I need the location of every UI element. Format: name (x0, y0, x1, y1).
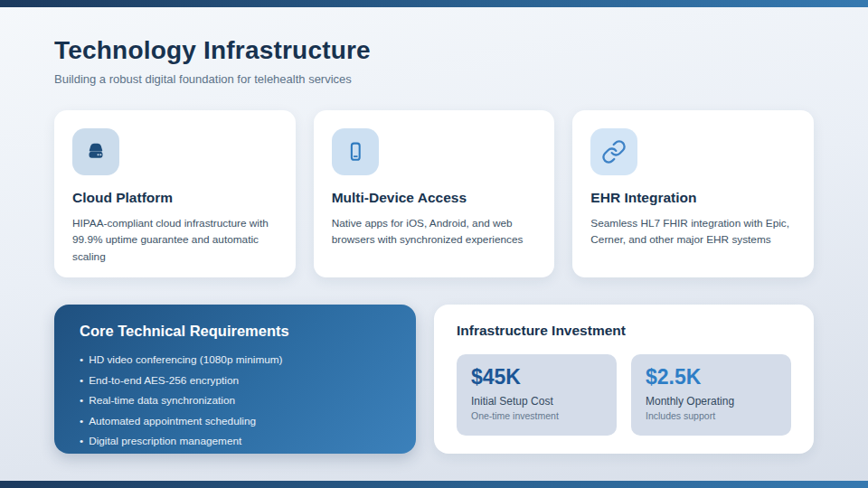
feature-card-cloud-platform: Cloud Platform HIPAA-compliant cloud inf… (54, 110, 296, 277)
feature-card-multi-device: Multi-Device Access Native apps for iOS,… (314, 110, 555, 277)
bullet-marker: • (80, 415, 83, 427)
requirement-item: •Real-time data synchronization (80, 394, 391, 407)
page-subtitle: Building a robust digital foundation for… (54, 72, 814, 86)
feature-card-title: Multi-Device Access (332, 190, 537, 206)
requirement-text: Digital prescription management (89, 435, 241, 447)
requirement-item: •End-to-end AES-256 encryption (80, 374, 391, 387)
bullet-marker: • (80, 353, 83, 366)
link-icon (590, 128, 637, 175)
requirements-list: •HD video conferencing (1080p minimum) •… (80, 353, 391, 447)
page-title: Technology Infrastructure (54, 36, 814, 65)
feature-card-ehr-integration: EHR Integration Seamless HL7 FHIR integr… (572, 110, 814, 277)
bullet-marker: • (80, 435, 83, 447)
requirement-item: •Automated appointment scheduling (80, 415, 391, 427)
requirement-text: End-to-end AES-256 encryption (89, 374, 239, 387)
stat-initial-setup: $45K Initial Setup Cost One-time investm… (457, 354, 617, 436)
bottom-row: Core Technical Requirements •HD video co… (54, 305, 814, 454)
requirements-card: Core Technical Requirements •HD video co… (54, 305, 416, 454)
stat-label: Initial Setup Cost (471, 395, 602, 408)
requirements-title: Core Technical Requirements (80, 323, 391, 340)
bullet-marker: • (80, 374, 83, 387)
requirement-item: •HD video conferencing (1080p minimum) (80, 353, 391, 366)
stat-value: $2.5K (646, 366, 777, 389)
feature-card-description: Seamless HL7 FHIR integration with Epic,… (590, 215, 796, 249)
requirement-item: •Digital prescription management (80, 435, 391, 447)
stat-monthly-operating: $2.5K Monthly Operating Includes support (631, 354, 791, 436)
feature-card-description: HIPAA-compliant cloud infrastructure wit… (72, 215, 278, 265)
bottom-accent-bar (0, 481, 868, 488)
requirement-text: Automated appointment scheduling (89, 415, 256, 427)
stat-sublabel: One-time investment (471, 410, 602, 421)
slide-content: Technology Infrastructure Building a rob… (54, 7, 814, 454)
stat-sublabel: Includes support (646, 410, 777, 421)
feature-cards-row: Cloud Platform HIPAA-compliant cloud inf… (54, 110, 814, 277)
hard-drive-icon (72, 128, 119, 175)
top-accent-bar (0, 0, 868, 7)
stat-value: $45K (471, 366, 602, 389)
feature-card-title: EHR Integration (590, 190, 796, 206)
requirement-text: Real-time data synchronization (89, 394, 235, 407)
feature-card-title: Cloud Platform (72, 190, 278, 206)
bullet-marker: • (80, 394, 83, 407)
investment-stats: $45K Initial Setup Cost One-time investm… (457, 354, 791, 436)
investment-card: Infrastructure Investment $45K Initial S… (434, 305, 814, 454)
stat-label: Monthly Operating (646, 395, 777, 408)
requirement-text: HD video conferencing (1080p minimum) (89, 353, 282, 366)
mobile-icon (332, 128, 379, 175)
feature-card-description: Native apps for iOS, Android, and web br… (332, 215, 537, 249)
investment-title: Infrastructure Investment (457, 323, 791, 339)
